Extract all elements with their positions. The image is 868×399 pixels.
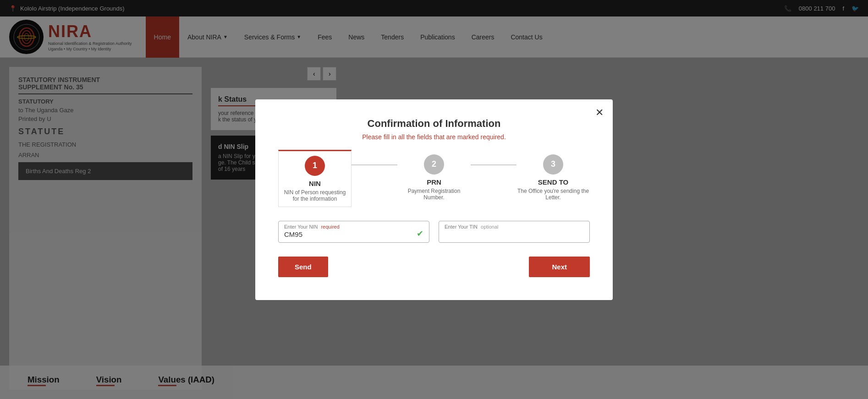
step-2-circle: 2 bbox=[424, 154, 444, 175]
nin-label: Enter Your NIN required bbox=[284, 224, 423, 230]
modal: ✕ Confirmation of Information Please fil… bbox=[255, 99, 613, 300]
tin-field-wrap: Enter Your TIN optional bbox=[439, 221, 590, 243]
modal-title: Confirmation of Information bbox=[278, 118, 590, 130]
nin-field-wrap: Enter Your NIN required ✔ bbox=[278, 221, 429, 243]
form-row: Enter Your NIN required ✔ Enter Your TIN… bbox=[278, 221, 590, 243]
step-2: 2 PRN Payment Registration Number. bbox=[397, 154, 471, 201]
step-2-desc: Payment Registration Number. bbox=[397, 188, 471, 201]
step-3-label: SEND TO bbox=[538, 178, 568, 186]
step-connector-1 bbox=[352, 164, 397, 165]
nin-input[interactable] bbox=[284, 230, 312, 238]
steps-container: 1 NIN NIN of Person requesting for the i… bbox=[278, 154, 590, 207]
modal-actions: Send Next bbox=[278, 257, 590, 277]
send-button[interactable]: Send bbox=[278, 257, 328, 277]
tin-optional-badge: optional bbox=[481, 224, 499, 230]
tin-input[interactable] bbox=[445, 230, 570, 238]
check-icon: ✔ bbox=[417, 229, 423, 239]
step-1-desc: NIN of Person requesting for the informa… bbox=[283, 189, 346, 202]
step-connector-2 bbox=[471, 164, 516, 165]
nin-required-badge: required bbox=[321, 224, 339, 230]
next-button[interactable]: Next bbox=[529, 257, 590, 277]
step-3-desc: The Office you're sending the Letter. bbox=[516, 188, 590, 201]
step-1-label: NIN bbox=[309, 180, 321, 187]
tin-label: Enter Your TIN optional bbox=[445, 224, 584, 230]
modal-subtitle: Please fill in all the fields that are m… bbox=[278, 133, 590, 141]
step-2-label: PRN bbox=[427, 178, 441, 186]
modal-overlay: ✕ Confirmation of Information Please fil… bbox=[0, 0, 868, 399]
step-1-circle: 1 bbox=[305, 156, 325, 176]
step-3-circle: 3 bbox=[543, 154, 563, 175]
step-3: 3 SEND TO The Office you're sending the … bbox=[516, 154, 590, 201]
step-1: 1 NIN NIN of Person requesting for the i… bbox=[278, 150, 352, 207]
modal-close-button[interactable]: ✕ bbox=[595, 107, 604, 119]
